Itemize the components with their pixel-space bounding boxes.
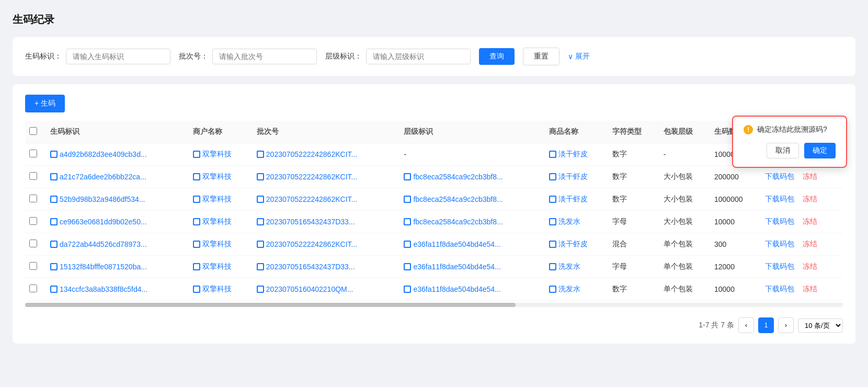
download-btn-5[interactable]: 下载码包	[765, 262, 794, 270]
row-checkbox-3[interactable]	[29, 217, 37, 225]
product-link-1[interactable]: 淡干虾皮	[549, 172, 604, 181]
row-char-type-4: 混合	[608, 233, 659, 256]
row-checkbox-6[interactable]	[29, 284, 37, 292]
code-icon-1	[50, 173, 58, 180]
row-level-id-3: fbc8eca2584ca9c2cb3bf8...	[399, 211, 544, 233]
toolbar: + 生码	[25, 95, 843, 112]
row-batch-1: 20230705222242862KCIT...	[253, 166, 400, 188]
row-product-0: 淡干虾皮	[545, 143, 609, 166]
merchant-link-4[interactable]: 双擎科技	[193, 240, 248, 249]
level-id-link-3[interactable]: fbc8eca2584ca9c2cb3bf8...	[404, 218, 540, 226]
merchant-link-2[interactable]: 双擎科技	[193, 195, 248, 204]
row-merchant-5: 双擎科技	[189, 256, 253, 278]
next-page-button[interactable]: ›	[778, 317, 794, 333]
batch-link-3[interactable]: 20230705165432437D33...	[257, 218, 396, 226]
merchant-link-5[interactable]: 双擎科技	[193, 262, 248, 271]
level-id-link-4[interactable]: e36fa11f8dae504bd4e54...	[404, 240, 540, 248]
add-code-button[interactable]: + 生码	[25, 95, 65, 112]
code-id-link-1[interactable]: a21c72a6dee2b6bb22ca...	[50, 173, 185, 181]
level-icon-6	[404, 286, 411, 293]
row-checkbox-1[interactable]	[29, 172, 37, 180]
chevron-down-icon: ∨	[568, 52, 573, 61]
row-count-3: 10000	[710, 211, 761, 233]
row-product-5: 洗发水	[545, 256, 609, 278]
level-id-link-1[interactable]: fbc8eca2584ca9c2cb3bf8...	[404, 173, 540, 181]
merchant-link-3[interactable]: 双擎科技	[193, 217, 248, 226]
level-icon-5	[404, 263, 411, 270]
product-link-6[interactable]: 洗发水	[549, 284, 604, 294]
prev-page-button[interactable]: ‹	[738, 317, 754, 333]
code-id-link-2[interactable]: 52b9d98b32a9486df534...	[50, 195, 185, 203]
code-icon-5	[50, 263, 58, 270]
code-id-link-4[interactable]: da722ab44d526cd78973...	[50, 240, 185, 248]
reset-button[interactable]: 重置	[523, 48, 559, 65]
code-icon-0	[50, 151, 58, 158]
row-checkbox-4[interactable]	[29, 240, 37, 247]
row-merchant-1: 双擎科技	[189, 166, 253, 188]
code-id-link-6[interactable]: 134ccfc3a8ab338f8c5fd4...	[50, 285, 185, 293]
merchant-icon-0	[193, 151, 200, 158]
select-all-header	[25, 121, 46, 143]
product-link-0[interactable]: 淡干虾皮	[549, 150, 604, 159]
code-id-link-3[interactable]: ce9663e0681dd9b02e50...	[50, 218, 185, 226]
merchant-link-1[interactable]: 双擎科技	[193, 172, 248, 181]
row-count-1: 200000	[710, 166, 761, 188]
batch-link-0[interactable]: 20230705222242862KCIT...	[257, 150, 396, 158]
batch-link-1[interactable]: 20230705222242862KCIT...	[257, 173, 396, 181]
product-link-4[interactable]: 淡干虾皮	[549, 240, 604, 249]
level-id-link-6[interactable]: e36fa11f8dae504bd4e54...	[404, 285, 540, 293]
expand-button[interactable]: ∨ 展开	[568, 52, 590, 61]
merchant-link-6[interactable]: 双擎科技	[193, 284, 248, 294]
table-body: a4d92b682d3ee409cb3d... 双擎科技 20230705222…	[25, 143, 843, 301]
popover-confirm-button[interactable]: 确定	[804, 143, 836, 158]
search-field-level: 层级标识：	[325, 49, 471, 64]
level-id-link-2[interactable]: fbc8eca2584ca9c2cb3bf8...	[404, 195, 540, 203]
search-input-code[interactable]	[66, 49, 170, 64]
horizontal-scrollbar[interactable]	[25, 303, 843, 307]
select-all-checkbox[interactable]	[29, 127, 37, 135]
table-row: 134ccfc3a8ab338f8c5fd4... 双擎科技 202307051…	[25, 278, 843, 301]
freeze-btn-4[interactable]: 冻结	[803, 240, 817, 248]
batch-link-5[interactable]: 20230705165432437D33...	[257, 263, 396, 271]
download-btn-2[interactable]: 下载码包	[765, 195, 794, 203]
search-input-batch[interactable]	[212, 49, 317, 64]
row-checkbox-0[interactable]	[29, 150, 37, 157]
freeze-btn-2[interactable]: 冻结	[803, 195, 817, 203]
query-button[interactable]: 查询	[479, 48, 515, 65]
freeze-btn-3[interactable]: 冻结	[803, 217, 817, 225]
product-link-5[interactable]: 洗发水	[549, 262, 604, 271]
batch-link-2[interactable]: 20230705222242862KCIT...	[257, 195, 396, 203]
merchant-link-0[interactable]: 双擎科技	[193, 150, 248, 159]
code-id-link-0[interactable]: a4d92b682d3ee409cb3d...	[50, 150, 185, 158]
freeze-btn-6[interactable]: 冻结	[803, 284, 817, 293]
download-btn-6[interactable]: 下载码包	[765, 284, 794, 293]
search-label-level: 层级标识：	[325, 52, 362, 61]
search-field-batch: 批次号：	[179, 49, 317, 64]
row-pack-level-1: 大小包装	[659, 166, 710, 188]
page-1-button[interactable]: 1	[758, 317, 774, 333]
row-batch-0: 20230705222242862KCIT...	[253, 143, 400, 166]
freeze-btn-5[interactable]: 冻结	[803, 262, 817, 270]
popover-cancel-button[interactable]: 取消	[767, 143, 799, 158]
batch-link-4[interactable]: 20230705222242862KCIT...	[257, 240, 396, 248]
search-input-level[interactable]	[366, 49, 471, 64]
product-icon-0	[549, 151, 556, 158]
level-icon-4	[404, 241, 411, 248]
download-btn-4[interactable]: 下载码包	[765, 240, 794, 248]
level-id-link-5[interactable]: e36fa11f8dae504bd4e54...	[404, 263, 540, 271]
row-actions-5: 下载码包 冻结	[761, 256, 843, 278]
batch-link-6[interactable]: 20230705160402210QM...	[257, 285, 396, 293]
table-wrap: 生码标识 商户名称 批次号 层级标识 商品名称 字符类型 包装层级 生码数量	[25, 121, 843, 307]
merchant-icon-4	[193, 241, 200, 248]
product-link-3[interactable]: 洗发水	[549, 217, 604, 226]
table-row: da722ab44d526cd78973... 双擎科技 20230705222…	[25, 233, 843, 256]
row-count-5: 12000	[710, 256, 761, 278]
row-checkbox-5[interactable]	[29, 262, 37, 270]
download-btn-1[interactable]: 下载码包	[765, 172, 794, 180]
download-btn-3[interactable]: 下载码包	[765, 217, 794, 225]
page-size-select[interactable]: 10 条/页 20 条/页 50 条/页	[798, 318, 843, 333]
product-link-2[interactable]: 淡干虾皮	[549, 195, 604, 204]
row-checkbox-2[interactable]	[29, 195, 37, 202]
code-id-link-5[interactable]: 15132f84bfffe0871520ba...	[50, 263, 185, 271]
freeze-btn-1[interactable]: 冻结	[803, 172, 817, 180]
